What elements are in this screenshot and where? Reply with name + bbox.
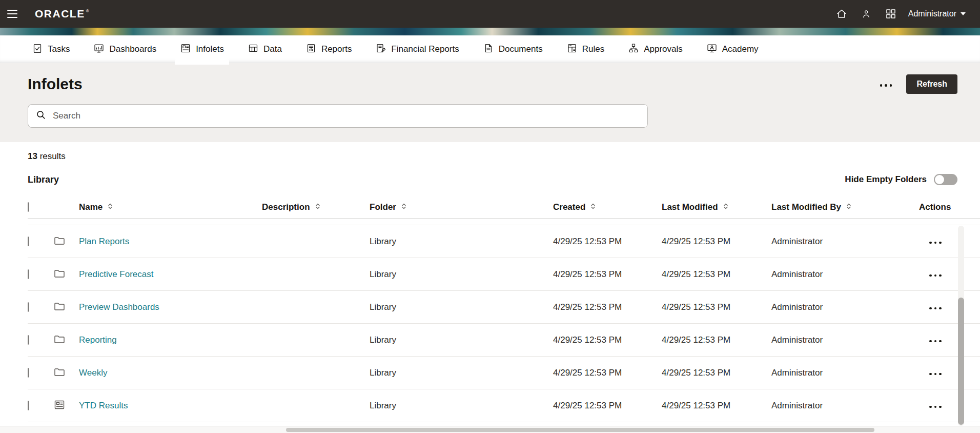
tasks-icon — [32, 43, 43, 56]
row-actions-button[interactable] — [925, 365, 946, 381]
more-actions-button[interactable] — [878, 76, 894, 92]
tab-label: Approvals — [644, 44, 683, 54]
ellipsis-icon — [929, 373, 942, 376]
column-header-name[interactable]: Name — [79, 202, 262, 212]
select-all-checkbox[interactable] — [28, 202, 29, 212]
chevron-down-icon — [961, 12, 966, 15]
item-name-link[interactable]: Predictive Forecast — [79, 269, 154, 279]
horizontal-scrollbar-track[interactable] — [0, 426, 980, 433]
ellipsis-icon — [880, 84, 892, 87]
page-header: Infolets Refresh — [0, 63, 980, 142]
last-modified-cell: 4/29/25 12:53 PM — [662, 335, 771, 345]
search-input[interactable] — [53, 111, 640, 121]
item-name-link[interactable]: YTD Results — [79, 401, 128, 410]
hamburger-menu-icon[interactable] — [7, 5, 25, 23]
last-modified-by-cell: Administrator — [771, 368, 919, 378]
results-count-number: 13 — [28, 151, 37, 161]
academy-icon — [706, 43, 718, 56]
row-checkbox[interactable] — [28, 335, 29, 345]
row-checkbox[interactable] — [28, 368, 29, 378]
library-section-label: Library — [28, 174, 59, 185]
last-modified-by-cell: Administrator — [771, 401, 919, 411]
folder-cell: Library — [370, 335, 553, 345]
ellipsis-icon — [929, 274, 942, 277]
results-count-label: results — [40, 151, 66, 161]
item-name-link[interactable]: Weekly — [79, 368, 107, 378]
row-checkbox[interactable] — [28, 269, 29, 279]
column-header-last-modified-by[interactable]: Last Modified By — [771, 202, 919, 212]
tab-label: Financial Reports — [391, 44, 459, 54]
dashboards-icon — [93, 43, 105, 56]
tab-approvals[interactable]: Approvals — [628, 35, 683, 63]
folder-cell: Library — [370, 269, 553, 280]
created-cell: 4/29/25 12:53 PM — [553, 335, 662, 345]
accessibility-person-icon[interactable] — [857, 5, 875, 23]
last-modified-cell: 4/29/25 12:53 PM — [662, 269, 771, 280]
search-bar — [28, 104, 648, 128]
table-header-row: Name Description Folder Created Last Mod… — [28, 195, 980, 219]
tab-label: Documents — [499, 44, 543, 54]
ellipsis-icon — [929, 307, 942, 310]
hide-empty-folders-label: Hide Empty Folders — [845, 174, 927, 185]
sort-icon — [107, 202, 114, 212]
item-name-link[interactable]: Preview Dashboards — [79, 302, 159, 312]
folder-icon — [53, 366, 79, 380]
tab-rules[interactable]: Rules — [566, 35, 604, 63]
row-actions-button[interactable] — [925, 266, 946, 282]
tab-label: Dashboards — [109, 44, 156, 54]
tab-reports[interactable]: Reports — [305, 35, 352, 63]
vertical-scrollbar-thumb[interactable] — [958, 298, 964, 425]
table-row: Weekly Library 4/29/25 12:53 PM 4/29/25 … — [28, 357, 980, 389]
row-checkbox[interactable] — [28, 302, 29, 312]
created-cell: 4/29/25 12:53 PM — [553, 237, 662, 247]
row-actions-button[interactable] — [925, 332, 946, 348]
column-header-folder[interactable]: Folder — [370, 202, 553, 212]
home-icon[interactable] — [832, 5, 851, 23]
toggle-knob — [935, 175, 944, 184]
oracle-logo-text: ORACLE — [35, 8, 85, 20]
tab-label: Data — [263, 44, 282, 54]
column-header-description[interactable]: Description — [262, 202, 370, 212]
folder-cell: Library — [370, 237, 553, 247]
search-icon — [35, 109, 47, 123]
folder-icon — [53, 267, 79, 282]
tab-label: Infolets — [196, 44, 224, 54]
folder-icon — [53, 234, 79, 249]
folder-cell: Library — [370, 368, 553, 378]
column-header-created[interactable]: Created — [553, 202, 662, 212]
ellipsis-icon — [929, 406, 942, 408]
sort-icon — [845, 202, 852, 212]
last-modified-cell: 4/29/25 12:53 PM — [662, 368, 771, 378]
row-actions-button[interactable] — [925, 398, 946, 414]
row-actions-button[interactable] — [925, 233, 946, 249]
infolet-icon — [53, 399, 79, 413]
column-header-last-modified[interactable]: Last Modified — [662, 202, 771, 212]
tab-data[interactable]: Data — [248, 35, 282, 63]
tab-documents[interactable]: Documents — [483, 35, 543, 63]
tab-dashboards[interactable]: Dashboards — [93, 35, 156, 63]
table-row: Plan Reports Library 4/29/25 12:53 PM 4/… — [28, 225, 980, 258]
tab-academy[interactable]: Academy — [706, 35, 759, 63]
folder-cell: Library — [370, 401, 553, 411]
item-name-link[interactable]: Plan Reports — [79, 237, 129, 246]
hide-empty-folders-toggle[interactable] — [934, 174, 957, 185]
last-modified-by-cell: Administrator — [771, 269, 919, 280]
tab-label: Rules — [582, 44, 604, 54]
app-grid-icon[interactable] — [882, 5, 900, 23]
user-menu-button[interactable]: Administrator — [908, 9, 966, 18]
last-modified-cell: 4/29/25 12:53 PM — [662, 302, 771, 312]
data-icon — [248, 43, 259, 56]
refresh-button[interactable]: Refresh — [906, 74, 957, 94]
horizontal-scrollbar-thumb[interactable] — [286, 428, 874, 432]
row-checkbox[interactable] — [28, 237, 29, 246]
tab-infolets[interactable]: Infolets — [180, 35, 224, 63]
financial-reports-icon — [375, 43, 386, 56]
content-area: 13 results Library Hide Empty Folders Na… — [0, 142, 980, 422]
oracle-logo: ORACLE ® — [35, 8, 90, 20]
row-actions-button[interactable] — [925, 299, 946, 315]
item-name-link[interactable]: Reporting — [79, 335, 117, 345]
results-count: 13 results — [0, 142, 980, 162]
tab-tasks[interactable]: Tasks — [32, 35, 70, 63]
row-checkbox[interactable] — [28, 401, 29, 410]
tab-financial-reports[interactable]: Financial Reports — [375, 35, 459, 63]
